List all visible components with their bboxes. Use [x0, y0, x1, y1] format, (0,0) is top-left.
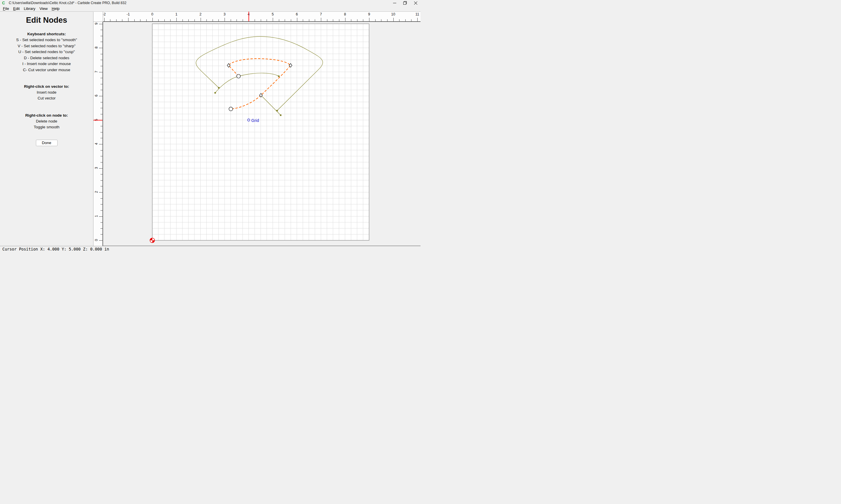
menu-item-library[interactable]: Library [22, 6, 37, 11]
h-ruler-label: 3 [224, 12, 226, 16]
rightclick-vector-line: Insert node [0, 90, 93, 96]
h-ruler-tick [303, 19, 303, 21]
v-ruler-tick [101, 180, 103, 181]
h-ruler-tick [104, 18, 105, 21]
endpoint-marker [214, 92, 216, 94]
v-ruler-label: 1 [94, 214, 98, 218]
menu-label: ile [5, 6, 9, 11]
shortcut-line: U - Set selected nodes to "cusp" [0, 49, 93, 55]
v-ruler-tick [101, 42, 103, 42]
v-ruler-label: 0 [94, 238, 98, 242]
rightclick-vector-heading: Right-click on vector to: [0, 84, 93, 90]
node-circle[interactable] [229, 107, 233, 111]
panel-title: Edit Nodes [0, 16, 93, 25]
h-ruler-tick [140, 19, 140, 21]
rightclick-vector-line: Cut vector [0, 95, 93, 102]
menu-accel: E [13, 6, 16, 11]
h-ruler-tick [399, 19, 399, 21]
v-ruler-tick [101, 84, 103, 84]
app-icon: C [2, 1, 6, 5]
v-ruler-tick [99, 192, 103, 193]
v-ruler-label: 2 [94, 190, 98, 194]
h-ruler-label: 10 [391, 12, 395, 16]
h-ruler-tick [405, 19, 406, 21]
h-ruler-tick [116, 19, 117, 21]
ruler-corner [93, 12, 103, 22]
v-ruler-tick [101, 66, 103, 66]
menu-label: Library [24, 6, 35, 11]
h-ruler-tick [315, 19, 315, 21]
endpoint-marker [280, 115, 281, 116]
v-ruler-label: 6 [94, 93, 98, 98]
done-button[interactable]: Done [36, 140, 57, 146]
v-ruler-label: 7 [94, 69, 98, 74]
h-ruler-label: 0 [151, 12, 153, 16]
h-ruler-tick [237, 19, 237, 21]
v-ruler-label: 8 [94, 45, 98, 50]
menu-item-help[interactable]: Help [50, 6, 62, 11]
v-ruler-tick [99, 48, 103, 48]
v-ruler-tick [99, 24, 103, 24]
h-ruler-tick [212, 19, 213, 21]
h-ruler-tick [134, 19, 135, 21]
h-ruler-tick [345, 18, 345, 21]
h-ruler-tick [110, 19, 110, 21]
close-button[interactable] [410, 0, 420, 6]
shortcut-line: S - Set selected nodes to "smooth" [0, 37, 93, 43]
status-text: Cursor Position X: 4.000 Y: 5.000 Z: 0.0… [2, 247, 109, 251]
h-ruler-tick [152, 18, 153, 21]
h-ruler-label: -1 [126, 12, 130, 16]
cursor-line-x [248, 12, 249, 21]
h-ruler-tick [146, 19, 147, 21]
h-ruler-tick [128, 18, 128, 21]
status-bar: Cursor Position X: 4.000 Y: 5.000 Z: 0.0… [0, 246, 420, 252]
shortcut-line: D - Delete selected nodes [0, 55, 93, 61]
rightclick-node-line: Toggle smooth [0, 124, 93, 130]
h-ruler-label: 2 [200, 12, 202, 16]
node-circle[interactable] [237, 74, 240, 78]
h-ruler-tick [170, 19, 171, 21]
menu-item-view[interactable]: View [37, 6, 50, 11]
h-ruler-tick [194, 19, 195, 21]
h-ruler-tick [279, 19, 279, 21]
menu-item-edit[interactable]: Edit [11, 6, 22, 11]
h-ruler-tick [381, 19, 381, 21]
v-ruler-tick [99, 216, 103, 217]
v-ruler-label: 3 [94, 166, 98, 170]
v-ruler-tick [101, 78, 103, 78]
h-ruler-label: 9 [368, 12, 370, 16]
v-ruler-tick [99, 72, 103, 72]
menu-label: elp [54, 6, 59, 11]
h-ruler-tick [261, 19, 261, 21]
restore-button[interactable] [399, 0, 411, 6]
h-ruler-label: 11 [415, 12, 419, 16]
v-ruler-tick [101, 210, 103, 211]
v-ruler-tick [101, 126, 103, 126]
rightclick-node-heading: Right-click on node to: [0, 112, 93, 119]
h-ruler-tick [273, 18, 273, 21]
restore-icon [403, 1, 407, 5]
h-ruler-tick [267, 19, 267, 21]
h-ruler-tick [363, 19, 363, 21]
h-ruler-tick [309, 19, 309, 21]
v-ruler-tick [101, 114, 103, 114]
menu-item-file[interactable]: File [1, 6, 11, 11]
minimize-button[interactable] [389, 0, 400, 6]
v-ruler-tick [101, 228, 103, 229]
menu-bar: File Edit Library View Help [0, 6, 420, 12]
design-canvas[interactable]: Grid [103, 22, 420, 246]
keyboard-shortcuts-heading: Keyboard shortcuts: [0, 31, 93, 37]
shortcut-line: I - Insert node under mouse [0, 61, 93, 67]
h-ruler-tick [339, 19, 339, 21]
h-ruler-tick [255, 19, 255, 21]
minimize-icon [393, 1, 396, 5]
shortcut-line: V - Set selected nodes to "sharp" [0, 43, 93, 49]
vector-svg: Grid [103, 22, 420, 246]
h-ruler-tick [176, 18, 177, 21]
h-ruler-tick [369, 18, 370, 21]
window-title: C:\Users\willa\Downloads\Celtic Knot.c2d… [9, 1, 126, 5]
shortcut-line: C- Cut vector under mouse [0, 67, 93, 73]
edit-nodes-panel: Edit Nodes Keyboard shortcuts: S - Set s… [0, 12, 93, 246]
v-ruler-tick [101, 204, 103, 204]
v-ruler-label: 9 [94, 22, 98, 26]
